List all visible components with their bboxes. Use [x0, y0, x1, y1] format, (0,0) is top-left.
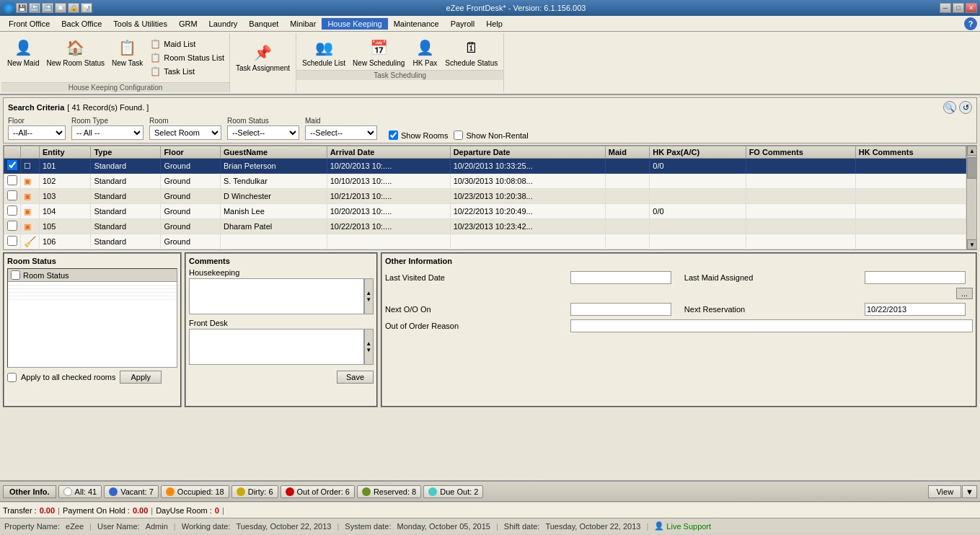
apply-to-all-checkbox[interactable]	[7, 373, 17, 382]
housekeeping-textarea[interactable]	[189, 278, 364, 314]
table-row[interactable]: ▣ 104 Standard Ground Manish Lee 10/20/2…	[4, 204, 966, 219]
room-status-header-checkbox[interactable]	[11, 270, 20, 280]
menu-tools[interactable]: Tools & Utilities	[107, 18, 173, 30]
scroll-thumb[interactable]	[967, 157, 977, 179]
table-row[interactable]: ☐ 101 Standard Ground Brian Peterson 10/…	[4, 159, 966, 174]
search-button[interactable]: 🔍	[943, 101, 956, 114]
help-icon[interactable]: ?	[964, 17, 977, 30]
show-non-rental-checkbox[interactable]	[454, 131, 463, 140]
table-row[interactable]: ▣ 103 Standard Ground D Winchester 10/21…	[4, 189, 966, 204]
toolbar-icon-5[interactable]: 🔒	[68, 3, 79, 13]
refresh-button[interactable]: ↺	[959, 101, 972, 114]
view-dropdown-button[interactable]: ▼	[962, 485, 977, 498]
menu-back-office[interactable]: Back Office	[56, 18, 107, 30]
room-status-list-button[interactable]: 📋 Room Status List	[147, 51, 226, 64]
apply-button[interactable]: Apply	[120, 371, 162, 384]
floor-select[interactable]: --All--	[8, 125, 66, 140]
table-scrollbar[interactable]: ▲ ▼	[966, 146, 976, 249]
cell-floor: Ground	[161, 174, 221, 189]
live-support-label: Live Support	[666, 522, 711, 531]
user-label: User Name:	[97, 522, 140, 531]
hk-pax-button[interactable]: 👤 HK Pax	[409, 35, 441, 68]
minimize-button[interactable]: ─	[940, 3, 951, 13]
show-rooms-checkbox[interactable]	[389, 131, 398, 140]
cell-hk	[855, 234, 966, 249]
last-visited-input[interactable]	[570, 271, 671, 284]
table-row[interactable]: ▣ 105 Standard Ground Dharam Patel 10/22…	[4, 219, 966, 234]
other-info-button[interactable]: Other Info.	[3, 485, 56, 498]
housekeeping-comment-section: Housekeeping ▲ ▼	[189, 268, 374, 314]
room-status-select[interactable]: --Select--	[227, 125, 299, 140]
row-checkbox[interactable]	[7, 236, 17, 246]
window-title: eZee FrontDesk* - Version: 6.1.156.003	[446, 4, 586, 12]
schedule-list-button[interactable]: 👥 Schedule List	[299, 35, 348, 68]
schedule-status-button[interactable]: 🗓 Schedule Status	[442, 35, 500, 68]
fd-scroll-up[interactable]: ▲	[365, 330, 373, 347]
menu-housekeeping[interactable]: House Keeping	[322, 18, 387, 30]
restore-button[interactable]: □	[953, 3, 964, 13]
room-type-field: Room Type -- All --	[71, 117, 144, 140]
toolbar-icon-2[interactable]: 🔙	[29, 3, 40, 13]
room-status-field: Room Status --Select--	[227, 117, 299, 140]
view-button[interactable]: View	[928, 485, 961, 498]
cell-fo	[746, 219, 855, 234]
live-support-button[interactable]: 👤 Live Support	[654, 521, 711, 531]
frontdesk-textarea[interactable]	[189, 329, 364, 365]
cell-hkpax	[650, 219, 746, 234]
out-of-order-status-pill: Out of Order: 6	[281, 485, 355, 498]
table-row[interactable]: 🧹 106 Standard Ground	[4, 234, 966, 249]
new-task-button[interactable]: 📋 New Task	[109, 35, 146, 68]
dirty-label: Dirty: 6	[248, 487, 273, 496]
menu-minibar[interactable]: Minibar	[284, 18, 322, 30]
ellipsis-button[interactable]: ...	[956, 288, 973, 299]
row-checkbox[interactable]	[7, 221, 17, 231]
row-checkbox[interactable]	[7, 190, 17, 200]
system-value: Monday, October 05, 2015	[397, 522, 490, 531]
room-status-item[interactable]	[8, 296, 177, 300]
menu-help[interactable]: Help	[480, 18, 508, 30]
save-button[interactable]: Save	[337, 371, 374, 384]
task-list-button[interactable]: 📋 Task List	[147, 65, 226, 78]
menu-payroll[interactable]: Payroll	[445, 18, 481, 30]
cell-maid	[605, 204, 650, 219]
maid-select[interactable]: --Select--	[305, 125, 377, 140]
next-ooo-input[interactable]	[570, 303, 671, 316]
cell-entity: 105	[40, 219, 91, 234]
color-status-bar: Other Info. All: 41 Vacant: 7 Occupied: …	[0, 480, 980, 502]
task-list-label: Task List	[164, 67, 195, 76]
out-of-order-input[interactable]	[570, 319, 973, 332]
hk-scroll-down[interactable]: ▼	[365, 296, 373, 314]
scroll-up-arrow[interactable]: ▲	[967, 146, 977, 156]
menu-front-office[interactable]: Front Office	[3, 18, 56, 30]
menu-grm[interactable]: GRM	[173, 18, 203, 30]
reserved-status-pill: Reserved: 8	[357, 485, 421, 498]
new-maid-button[interactable]: 👤 New Maid	[4, 35, 42, 68]
close-button[interactable]: ✕	[966, 3, 977, 13]
row-checkbox[interactable]	[7, 205, 17, 216]
cell-floor: Ground	[161, 159, 221, 174]
room-select[interactable]: Select Room	[149, 125, 221, 140]
toolbar-icon-3[interactable]: 🔜	[42, 3, 53, 13]
menu-banquet[interactable]: Banquet	[243, 18, 284, 30]
new-scheduling-button[interactable]: 📅 New Scheduling	[350, 35, 407, 68]
toolbar-icon-4[interactable]: ✖	[55, 3, 66, 13]
menu-bar: Front Office Back Office Tools & Utiliti…	[0, 16, 980, 32]
table-row[interactable]: ▣ 102 Standard Ground S. Tendulkar 10/10…	[4, 174, 966, 189]
new-room-status-button[interactable]: 🏠 New Room Status	[43, 35, 107, 68]
toolbar-icon-1[interactable]: 💾	[16, 3, 27, 13]
scroll-down-arrow[interactable]: ▼	[967, 239, 977, 249]
task-assignment-button[interactable]: 📌 Task Assignment	[233, 40, 293, 74]
next-reservation-input[interactable]	[865, 303, 966, 316]
menu-maintenance[interactable]: Maintenance	[388, 18, 445, 30]
hk-scroll-up[interactable]: ▲	[365, 279, 373, 296]
property-label: Property Name:	[4, 522, 60, 531]
room-type-select[interactable]: -- All --	[71, 125, 144, 140]
toolbar-icon-6[interactable]: 📊	[81, 3, 92, 13]
fd-scroll-down[interactable]: ▼	[365, 347, 373, 364]
row-checkbox[interactable]	[7, 175, 17, 185]
last-maid-input[interactable]	[865, 271, 966, 284]
working-label: Working date:	[182, 522, 231, 531]
row-checkbox[interactable]	[7, 160, 17, 170]
maid-list-button[interactable]: 📋 Maid List	[147, 37, 226, 50]
menu-laundry[interactable]: Laundry	[203, 18, 244, 30]
